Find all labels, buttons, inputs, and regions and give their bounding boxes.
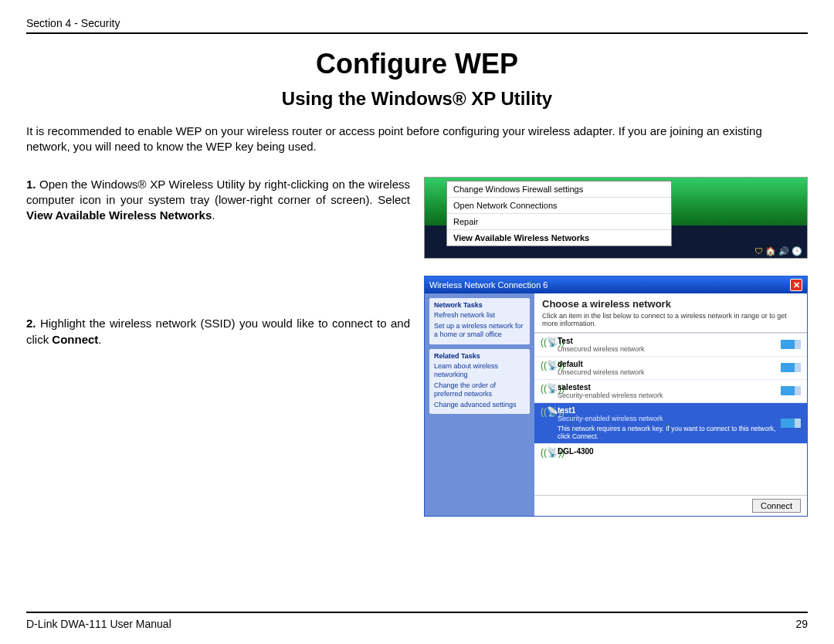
network-item[interactable]: ((📡)) salestestSecurity-enabled wireless…: [534, 380, 807, 403]
signal-icon: [781, 419, 801, 428]
close-icon[interactable]: ✕: [790, 279, 802, 291]
network-tasks-box: Network Tasks Refresh network list Set u…: [429, 298, 530, 344]
network-item[interactable]: ((📡)) DGL-4300: [534, 444, 807, 461]
section-header: Section 4 - Security: [26, 17, 808, 34]
window-title-text: Wireless Network Connection 6: [429, 280, 548, 290]
antenna-icon: ((📡)): [541, 406, 553, 417]
network-item[interactable]: ((📡)) defaultUnsecured wireless network: [534, 357, 807, 380]
step-1: 1. Open the Windows® XP Wireless Utility…: [26, 177, 410, 224]
antenna-icon: ((📡)): [541, 360, 553, 371]
footer-page: 29: [795, 618, 808, 630]
network-item[interactable]: ((📡)) TestUnsecured wireless network: [534, 334, 807, 357]
choose-heading: Choose a wireless network: [542, 298, 799, 310]
antenna-icon: ((📡)): [541, 447, 553, 458]
sidebar-heading: Network Tasks: [434, 301, 525, 310]
signal-icon: [781, 340, 801, 349]
footer-manual: D-Link DWA-111 User Manual: [26, 618, 171, 630]
sidebar: Network Tasks Refresh network list Set u…: [425, 293, 534, 516]
menu-item[interactable]: Repair: [447, 214, 671, 230]
sidebar-link[interactable]: Set up a wireless network for a home or …: [434, 322, 525, 339]
signal-icon: [781, 386, 801, 395]
antenna-icon: ((📡)): [541, 337, 553, 347]
menu-item[interactable]: Open Network Connections: [447, 198, 671, 214]
choose-description: Click an item in the list below to conne…: [542, 312, 799, 327]
sidebar-link[interactable]: Change the order of preferred networks: [434, 381, 525, 398]
related-tasks-box: Related Tasks Learn about wireless netwo…: [429, 349, 530, 415]
page-title: Configure WEP: [26, 48, 808, 80]
menu-item[interactable]: View Available Wireless Networks: [447, 230, 671, 246]
wireless-window: Wireless Network Connection 6 ✕ Network …: [424, 276, 808, 517]
sidebar-heading: Related Tasks: [434, 352, 525, 361]
connect-button[interactable]: Connect: [752, 499, 801, 513]
menu-item[interactable]: Change Windows Firewall settings: [447, 181, 671, 198]
network-list: ((📡)) TestUnsecured wireless network ((📡…: [534, 333, 807, 495]
context-menu: Change Windows Firewall settings Open Ne…: [446, 181, 672, 246]
sidebar-link[interactable]: Learn about wireless networking: [434, 362, 525, 379]
page-subtitle: Using the Windows® XP Utility: [26, 88, 808, 110]
context-menu-figure: Change Windows Firewall settings Open Ne…: [424, 177, 808, 259]
sidebar-link[interactable]: Refresh network list: [434, 311, 525, 320]
antenna-icon: ((📡)): [541, 383, 553, 394]
network-item-selected[interactable]: ((📡)) test1Security-enabled wireless net…: [534, 403, 807, 444]
window-titlebar: Wireless Network Connection 6 ✕: [425, 276, 807, 293]
signal-icon: [781, 363, 801, 372]
sidebar-link[interactable]: Change advanced settings: [434, 401, 525, 409]
intro-paragraph: It is recommended to enable WEP on your …: [26, 124, 808, 155]
system-tray-icons: 🛡 🏠 🔊 🕒: [754, 246, 802, 256]
step-2: 2. Highlight the wireless network (SSID)…: [26, 316, 410, 347]
